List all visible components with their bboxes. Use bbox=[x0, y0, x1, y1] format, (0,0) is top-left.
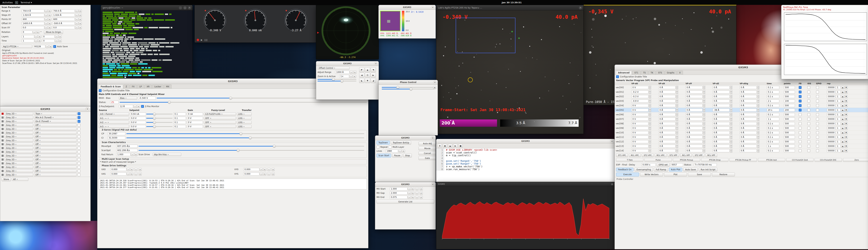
spin-down-button[interactable]: ▾ bbox=[676, 133, 678, 134]
spin-down-button[interactable]: ▾ bbox=[649, 115, 651, 116]
spin-down-button[interactable]: ▾ bbox=[730, 115, 733, 116]
dropdown[interactable]: Grey 2D▾ bbox=[5, 158, 33, 161]
spin-down-button[interactable]: ▾ bbox=[676, 88, 678, 89]
spin-up-button[interactable]: ▲ bbox=[841, 118, 844, 121]
spin-down-button[interactable]: ▾ bbox=[757, 96, 760, 98]
increment-button[interactable]: + bbox=[36, 31, 39, 34]
new-icon[interactable]: ✚ bbox=[438, 144, 442, 148]
decrement-button[interactable]: − bbox=[35, 35, 38, 38]
slider[interactable] bbox=[138, 146, 364, 147]
value-field[interactable]: 0 V bbox=[187, 121, 203, 124]
value-field[interactable]: 0 V bbox=[631, 135, 648, 139]
value-field[interactable]: 1 bbox=[836, 149, 841, 152]
value-field[interactable]: 1 bbox=[836, 127, 841, 130]
spin-up-button[interactable]: ▲ bbox=[841, 131, 844, 134]
spin-down-button[interactable]: ▾ bbox=[676, 105, 678, 107]
spin-down-button[interactable]: ▾ bbox=[703, 151, 705, 152]
checkbox[interactable] bbox=[816, 91, 819, 93]
value-field[interactable]: 00000 bbox=[827, 113, 836, 116]
value-field[interactable]: 0 Å bbox=[658, 145, 676, 148]
dropdown[interactable]: OFF▾ bbox=[204, 117, 236, 120]
value-field[interactable]: -0.9 V bbox=[631, 99, 648, 103]
dropdown[interactable]: Grey 2D▾ bbox=[5, 124, 33, 127]
direction-pad-button[interactable]: ▲ bbox=[365, 67, 370, 72]
spin-down-button[interactable]: ▾ bbox=[676, 110, 678, 112]
dropdown[interactable]: Grey 2D▾ bbox=[5, 150, 33, 154]
value-field[interactable]: 0 nA bbox=[187, 113, 203, 116]
value-field[interactable]: 00000 bbox=[827, 95, 836, 98]
value-field[interactable]: 0.1 s bbox=[767, 149, 779, 152]
decrement-button[interactable]: − bbox=[44, 26, 48, 29]
spin-up-button[interactable]: ▲ bbox=[841, 99, 844, 103]
value-field[interactable]: 0 Å bbox=[658, 140, 676, 143]
checkbox[interactable] bbox=[78, 128, 81, 130]
spin-down-button[interactable]: ▾ bbox=[649, 101, 651, 103]
value-field[interactable]: 0 V bbox=[631, 118, 648, 121]
spin-down-button[interactable]: ▾ bbox=[649, 92, 651, 94]
value-field[interactable]: 1 bbox=[836, 140, 841, 143]
direction-pad-button[interactable]: ◣ bbox=[359, 78, 364, 83]
spin-up-button[interactable]: ▴ bbox=[676, 113, 678, 115]
spin-up-button[interactable]: ▴ bbox=[676, 95, 678, 96]
spin-down-button[interactable]: ▾ bbox=[757, 101, 760, 103]
button[interactable]: ST2 VPC bbox=[642, 154, 654, 157]
checkbox[interactable] bbox=[78, 124, 81, 127]
spin-up-button[interactable]: ▴ bbox=[730, 131, 733, 132]
button[interactable]: Movie bbox=[418, 147, 436, 150]
spin-up-button[interactable]: ▴ bbox=[676, 144, 678, 146]
value-field[interactable]: 0 V bbox=[631, 122, 648, 125]
increment-button[interactable]: + bbox=[263, 173, 266, 176]
button[interactable]: CO+PulseQX EXC bbox=[814, 158, 842, 162]
spin-up-button[interactable]: ▴ bbox=[757, 108, 760, 110]
increment-button[interactable]: + bbox=[38, 35, 41, 38]
slider[interactable] bbox=[382, 87, 435, 88]
checkbox[interactable] bbox=[807, 127, 810, 129]
slider[interactable] bbox=[146, 122, 173, 123]
button[interactable]: ST1 VPF bbox=[668, 154, 679, 157]
spin-up-button[interactable]: ▴ bbox=[649, 126, 651, 128]
button[interactable]: PTCDA Pickup FF bbox=[730, 158, 757, 162]
spin-up-button[interactable]: ▴ bbox=[730, 113, 733, 115]
spin-up-button[interactable]: ▴ bbox=[703, 122, 705, 123]
spin-down-button[interactable]: ▾ bbox=[730, 128, 733, 130]
value-field[interactable]: -0.340 V bbox=[138, 96, 156, 100]
code-text[interactable]: scan = scan_control() bbox=[444, 151, 477, 154]
spin-down-button[interactable]: ▾ bbox=[676, 128, 678, 130]
increment-button[interactable]: + bbox=[420, 191, 423, 195]
decrement-button[interactable]: − bbox=[260, 168, 263, 171]
value-field[interactable]: 0 Å bbox=[713, 95, 730, 98]
activities-button[interactable]: Activities bbox=[2, 1, 13, 4]
button[interactable]: Generate List bbox=[376, 200, 434, 204]
value-field[interactable]: 0.1 bbox=[174, 117, 186, 120]
value-field[interactable]: 0 Å bbox=[658, 113, 676, 116]
checkbox[interactable] bbox=[807, 95, 810, 98]
vp-row[interactable]: vec[07]0 V▴▾0 Å▴▾0 Å▴▾0 Å▴▾0 Å▴▾1 s50000… bbox=[615, 117, 868, 121]
value-field[interactable]: 1 bbox=[836, 104, 841, 107]
checkbox[interactable]: ✓ bbox=[799, 95, 802, 98]
value-field[interactable]: 1 bbox=[836, 135, 841, 139]
spin-up-button[interactable]: ▴ bbox=[757, 131, 760, 132]
vp-row[interactable]: vec[00]0 V▴▾0 Å▴▾0 Å▴▾0 Å▴▾0 Å▴▾0.1 s500… bbox=[615, 85, 868, 90]
value-field[interactable]: 0 Å bbox=[713, 90, 730, 94]
value-field[interactable]: 0 V bbox=[187, 117, 203, 120]
run-icon[interactable]: ▶ bbox=[453, 144, 458, 148]
increment-button[interactable]: + bbox=[79, 26, 82, 29]
value-field[interactable]: 0.1 bbox=[174, 113, 186, 116]
tab-graphs[interactable]: Graphs bbox=[665, 71, 677, 75]
checkbox[interactable] bbox=[816, 131, 819, 134]
direction-pad-button[interactable]: ◀ bbox=[359, 73, 364, 77]
dropdown[interactable]: Off▾ bbox=[34, 169, 76, 173]
spin-down-button[interactable]: ▼ bbox=[844, 145, 848, 148]
value-field[interactable]: 00228 bbox=[33, 45, 45, 48]
dropdown[interactable]: Off▾ bbox=[34, 162, 76, 165]
checkbox[interactable]: ✓ bbox=[799, 91, 802, 93]
button[interactable]: Run Init Script bbox=[699, 168, 717, 171]
spin-up-button[interactable]: ▲ bbox=[841, 86, 844, 89]
dropdown[interactable]: Grey 2D▾ bbox=[5, 143, 33, 146]
checkbox[interactable]: ✓ bbox=[799, 100, 802, 102]
value-field[interactable]: 0 Å bbox=[740, 86, 757, 89]
value-field[interactable]: 1 s bbox=[767, 118, 779, 121]
spin-down-button[interactable]: ▾ bbox=[730, 101, 733, 103]
slider[interactable] bbox=[146, 118, 173, 119]
value-field[interactable]: 500 bbox=[784, 104, 795, 107]
